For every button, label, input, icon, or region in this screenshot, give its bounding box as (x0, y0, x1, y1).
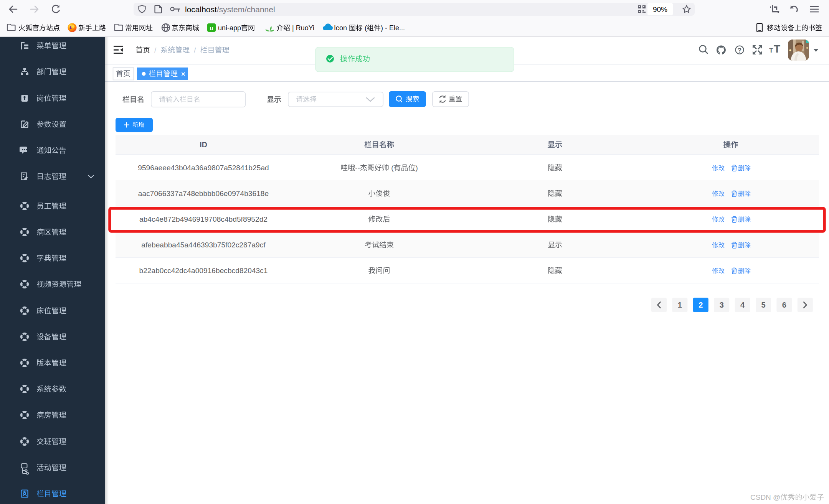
svg-text:ID: ID (200, 140, 207, 149)
svg-text:| RuoYi: | RuoYi (290, 24, 314, 32)
svg-text:) - Ele...: ) - Ele... (381, 24, 405, 32)
svg-text:9596aeee43b04a36a9807a52841b25: 9596aeee43b04a36a9807a52841b25ad (138, 164, 269, 172)
svg-text:u: u (210, 25, 213, 31)
svg-text:90%: 90% (653, 5, 667, 13)
svg-text:ab4c4e872b4946919708c4bd5f8952: ab4c4e872b4946919708c4bd5f8952d2 (139, 215, 268, 223)
svg-text:uni-app: uni-app (218, 24, 241, 32)
svg-text:4: 4 (740, 301, 745, 309)
svg-text:?: ? (738, 47, 741, 54)
svg-text:5: 5 (761, 301, 765, 309)
svg-text:T: T (769, 47, 773, 54)
svg-text:/: / (154, 46, 157, 54)
svg-text:(: ( (389, 164, 394, 172)
svg-text:(: ( (363, 24, 367, 32)
svg-text:T: T (774, 43, 780, 55)
svg-text:/system/channel: /system/channel (217, 5, 275, 14)
svg-text:localhost: localhost (185, 5, 217, 14)
svg-text:Icon: Icon (334, 24, 349, 32)
svg-text:--: -- (355, 164, 360, 172)
svg-text:b22ab0cc42dc4a00916becbcd82043: b22ab0cc42dc4a00916becbcd82043c1 (139, 267, 268, 275)
svg-text:): ) (416, 164, 418, 172)
svg-text:/: / (194, 46, 196, 54)
svg-text:aac7066337a748ebbbb06e0974b361: aac7066337a748ebbbb06e0974b3618e (138, 189, 269, 198)
svg-text:3: 3 (720, 301, 724, 309)
svg-text:1: 1 (678, 301, 682, 309)
svg-text:afebeabba45a446393b75f02c287a9: afebeabba45a446393b75f02c287a9cf (141, 241, 266, 249)
svg-text:2: 2 (699, 301, 703, 309)
svg-text:6: 6 (782, 301, 786, 309)
svg-text:CSDN @: CSDN @ (750, 493, 780, 501)
